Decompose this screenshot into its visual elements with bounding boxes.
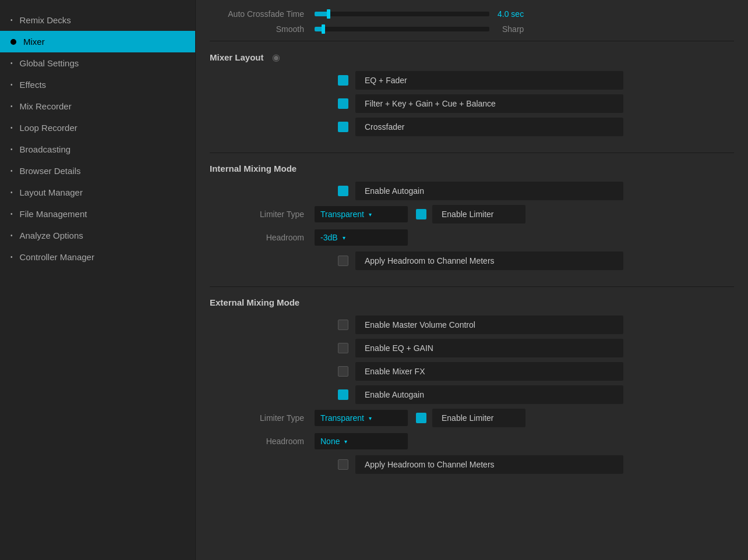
sidebar-item-mix-recorder[interactable]: •Mix Recorder	[0, 95, 195, 117]
eye-icon[interactable]: ◉	[272, 52, 280, 63]
external-master-volume-label: Enable Master Volume Control	[355, 316, 623, 334]
mixer-layout-item-crossfader: Crossfader	[338, 118, 734, 136]
external-mixer-fx-row: Enable Mixer FX	[338, 362, 734, 381]
external-headroom-label: Headroom	[210, 437, 315, 446]
sidebar: •Remix DecksMixer•Global Settings•Effect…	[0, 0, 196, 560]
sidebar-item-browser-details[interactable]: •Browser Details	[0, 160, 195, 182]
external-apply-headroom-checkbox[interactable]	[338, 459, 348, 470]
auto-crossfade-thumb[interactable]	[327, 9, 330, 19]
external-enable-limiter-row: Enable Limiter	[416, 409, 525, 427]
smooth-row: Smooth Sharp	[210, 24, 734, 34]
sidebar-bullet: •	[10, 168, 13, 174]
internal-headroom-dropdown[interactable]: -3dB ▾	[315, 229, 408, 246]
mixer-layout-checkbox-filter-key-gain-cue-balance[interactable]	[338, 98, 348, 109]
external-mixer-fx-label: Enable Mixer FX	[355, 362, 623, 381]
internal-enable-limiter-checkbox[interactable]	[416, 209, 426, 219]
internal-autogain-label: Enable Autogain	[355, 182, 623, 200]
internal-limiter-type-dropdown[interactable]: Transparent ▾	[315, 206, 408, 222]
internal-headroom-label: Headroom	[210, 233, 315, 242]
external-eq-gain-checkbox[interactable]	[338, 343, 348, 353]
external-apply-headroom-row: Apply Headroom to Channel Meters	[338, 455, 734, 474]
sidebar-bullet: •	[10, 232, 13, 239]
mixer-layout-item-filter-key-gain-cue-balance: Filter + Key + Gain + Cue + Balance	[338, 94, 734, 113]
sidebar-item-label-global-settings: Global Settings	[20, 58, 79, 68]
internal-mixing-title: Internal Mixing Mode	[210, 164, 297, 173]
sidebar-bullet: •	[10, 211, 13, 217]
sidebar-item-label-broadcasting: Broadcasting	[20, 144, 71, 154]
sidebar-item-label-mixer: Mixer	[23, 37, 45, 47]
external-autogain-label: Enable Autogain	[355, 385, 623, 404]
sidebar-bullet: •	[10, 81, 13, 88]
auto-crossfade-slider-container[interactable]: 4.0 sec	[315, 9, 734, 19]
sidebar-item-label-layout-manager: Layout Manager	[20, 187, 83, 197]
sidebar-item-controller-manager[interactable]: •Controller Manager	[0, 246, 195, 268]
sidebar-item-label-controller-manager: Controller Manager	[20, 252, 94, 262]
external-headroom-dropdown-arrow: ▾	[344, 438, 347, 445]
sidebar-item-global-settings[interactable]: •Global Settings	[0, 52, 195, 74]
sidebar-item-label-mix-recorder: Mix Recorder	[20, 101, 72, 111]
internal-headroom-dropdown-arrow: ▾	[343, 235, 345, 241]
sidebar-item-label-browser-details: Browser Details	[20, 166, 81, 176]
external-eq-gain-label: Enable EQ + GAIN	[355, 339, 623, 357]
external-headroom-row: Headroom None ▾	[210, 433, 734, 449]
smooth-slider-container[interactable]: Sharp	[315, 24, 734, 34]
mixer-layout-checkbox-crossfader[interactable]	[338, 122, 348, 132]
sidebar-bullet: •	[10, 125, 13, 131]
sidebar-item-label-remix-decks: Remix Decks	[20, 15, 71, 25]
sidebar-item-broadcasting[interactable]: •Broadcasting	[0, 139, 195, 160]
mixer-layout-item-eq-fader: EQ + Fader	[338, 71, 734, 90]
internal-limiter-type-label: Limiter Type	[210, 210, 315, 219]
internal-mixing-header: Internal Mixing Mode	[210, 164, 734, 173]
auto-crossfade-label: Auto Crossfade Time	[210, 9, 315, 19]
internal-autogain-checkbox[interactable]	[338, 186, 348, 196]
external-mixing-header: External Mixing Mode	[210, 297, 734, 307]
external-master-volume-row: Enable Master Volume Control	[338, 316, 734, 334]
external-eq-gain-row: Enable EQ + GAIN	[338, 339, 734, 357]
external-headroom-value: None	[320, 437, 340, 446]
external-autogain-row: Enable Autogain	[338, 385, 734, 404]
external-apply-headroom-label: Apply Headroom to Channel Meters	[355, 455, 623, 474]
external-mixing-title: External Mixing Mode	[210, 297, 299, 307]
mixer-layout-checkbox-eq-fader[interactable]	[338, 75, 348, 86]
external-mixer-fx-checkbox[interactable]	[338, 366, 348, 377]
internal-apply-headroom-row: Apply Headroom to Channel Meters	[338, 251, 734, 270]
auto-crossfade-track[interactable]	[315, 12, 489, 16]
sidebar-bullet: •	[10, 146, 13, 153]
sidebar-item-loop-recorder[interactable]: •Loop Recorder	[0, 117, 195, 139]
external-headroom-dropdown[interactable]: None ▾	[315, 433, 408, 449]
sharp-label: Sharp	[502, 24, 524, 34]
external-mixing-section: External Mixing Mode Enable Master Volum…	[210, 297, 734, 474]
external-master-volume-checkbox[interactable]	[338, 320, 348, 330]
external-limiter-type-dropdown[interactable]: Transparent ▾	[315, 410, 408, 426]
internal-apply-headroom-checkbox[interactable]	[338, 256, 348, 266]
external-limiter-type-row: Limiter Type Transparent ▾ Enable Limite…	[210, 409, 734, 427]
sidebar-item-label-file-management: File Management	[20, 209, 87, 219]
sidebar-bullet: •	[10, 103, 13, 109]
external-enable-limiter-checkbox[interactable]	[416, 413, 426, 423]
external-autogain-checkbox[interactable]	[338, 389, 348, 400]
sidebar-active-bullet	[10, 39, 16, 45]
internal-limiter-type-value: Transparent	[320, 210, 364, 219]
main-content: Auto Crossfade Time 4.0 sec Smooth Sharp…	[196, 0, 748, 560]
sidebar-bullet: •	[10, 254, 13, 260]
sidebar-item-analyze-options[interactable]: •Analyze Options	[0, 225, 195, 246]
sidebar-item-remix-decks[interactable]: •Remix Decks	[0, 9, 195, 31]
mixer-layout-label-eq-fader: EQ + Fader	[355, 71, 623, 90]
mixer-layout-label-filter-key-gain-cue-balance: Filter + Key + Gain + Cue + Balance	[355, 94, 623, 113]
sidebar-item-file-management[interactable]: •File Management	[0, 203, 195, 225]
smooth-thumb[interactable]	[322, 24, 325, 34]
sidebar-bullet: •	[10, 189, 13, 196]
internal-enable-limiter-label: Enable Limiter	[432, 205, 525, 224]
external-limiter-type-value: Transparent	[320, 413, 364, 423]
mixer-layout-header: Mixer Layout ◉	[210, 52, 734, 63]
internal-limiter-type-row: Limiter Type Transparent ▾ Enable Limite…	[210, 205, 734, 224]
sidebar-item-label-analyze-options: Analyze Options	[20, 231, 83, 240]
auto-crossfade-value: 4.0 sec	[498, 9, 532, 19]
sidebar-item-mixer[interactable]: Mixer	[0, 31, 195, 52]
mixer-layout-title: Mixer Layout	[210, 52, 264, 62]
sidebar-item-layout-manager[interactable]: •Layout Manager	[0, 182, 195, 203]
smooth-track[interactable]	[315, 27, 489, 31]
sidebar-item-effects[interactable]: •Effects	[0, 74, 195, 95]
auto-crossfade-row: Auto Crossfade Time 4.0 sec	[210, 9, 734, 19]
internal-enable-limiter-row: Enable Limiter	[416, 205, 525, 224]
